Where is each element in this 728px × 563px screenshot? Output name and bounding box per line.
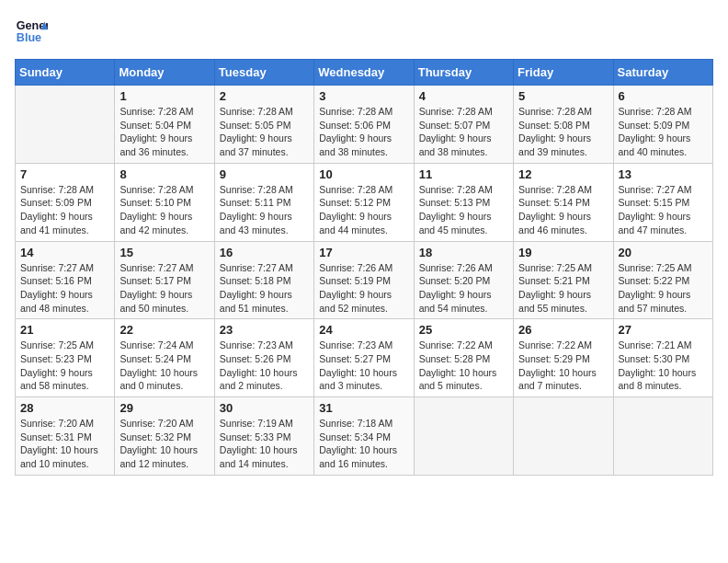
calendar-cell: 9Sunrise: 7:28 AMSunset: 5:11 PMDaylight… xyxy=(214,163,313,241)
day-info: Sunrise: 7:25 AMSunset: 5:21 PMDaylight:… xyxy=(518,261,608,316)
day-info: Sunrise: 7:26 AMSunset: 5:19 PMDaylight:… xyxy=(319,261,408,316)
day-number: 9 xyxy=(220,167,309,181)
calendar-cell: 20Sunrise: 7:25 AMSunset: 5:22 PMDayligh… xyxy=(613,241,712,319)
dow-monday: Monday xyxy=(115,60,214,86)
calendar-cell: 13Sunrise: 7:27 AMSunset: 5:15 PMDayligh… xyxy=(613,163,712,241)
calendar-cell: 10Sunrise: 7:28 AMSunset: 5:12 PMDayligh… xyxy=(314,163,414,241)
day-info: Sunrise: 7:27 AMSunset: 5:18 PMDaylight:… xyxy=(220,261,309,316)
calendar-cell: 27Sunrise: 7:21 AMSunset: 5:30 PMDayligh… xyxy=(613,319,712,397)
day-number: 4 xyxy=(419,89,508,103)
day-info: Sunrise: 7:18 AMSunset: 5:34 PMDaylight:… xyxy=(319,417,408,471)
dow-wednesday: Wednesday xyxy=(314,60,414,86)
week-row-4: 28Sunrise: 7:20 AMSunset: 5:31 PMDayligh… xyxy=(16,397,713,476)
day-number: 6 xyxy=(619,89,708,103)
calendar-cell: 7Sunrise: 7:28 AMSunset: 5:09 PMDaylight… xyxy=(16,163,115,241)
day-number: 3 xyxy=(319,89,408,103)
day-number: 20 xyxy=(619,246,708,259)
day-info: Sunrise: 7:22 AMSunset: 5:29 PMDaylight:… xyxy=(518,339,608,393)
day-number: 19 xyxy=(518,246,608,259)
day-info: Sunrise: 7:27 AMSunset: 5:15 PMDaylight:… xyxy=(619,183,708,237)
day-info: Sunrise: 7:28 AMSunset: 5:09 PMDaylight:… xyxy=(619,105,708,159)
week-row-3: 21Sunrise: 7:25 AMSunset: 5:23 PMDayligh… xyxy=(16,319,713,397)
day-number: 25 xyxy=(419,323,508,337)
day-number: 11 xyxy=(419,167,508,181)
calendar-cell: 5Sunrise: 7:28 AMSunset: 5:08 PMDaylight… xyxy=(514,86,613,164)
day-number: 22 xyxy=(119,323,209,337)
calendar-cell: 22Sunrise: 7:24 AMSunset: 5:24 PMDayligh… xyxy=(115,319,214,397)
day-number: 12 xyxy=(518,167,608,181)
day-number: 14 xyxy=(20,246,109,259)
day-info: Sunrise: 7:28 AMSunset: 5:12 PMDaylight:… xyxy=(319,183,408,237)
calendar-cell: 30Sunrise: 7:19 AMSunset: 5:33 PMDayligh… xyxy=(214,397,313,476)
calendar-cell: 18Sunrise: 7:26 AMSunset: 5:20 PMDayligh… xyxy=(414,241,513,319)
calendar-cell: 25Sunrise: 7:22 AMSunset: 5:28 PMDayligh… xyxy=(414,319,513,397)
calendar-cell: 23Sunrise: 7:23 AMSunset: 5:26 PMDayligh… xyxy=(214,319,313,397)
logo-icon: General Blue xyxy=(15,15,48,48)
dow-saturday: Saturday xyxy=(613,60,712,86)
day-number: 13 xyxy=(619,167,708,181)
page-header: General Blue xyxy=(15,15,713,48)
day-number: 15 xyxy=(119,246,209,259)
day-number: 8 xyxy=(119,167,209,181)
day-info: Sunrise: 7:28 AMSunset: 5:08 PMDaylight:… xyxy=(518,105,608,159)
day-info: Sunrise: 7:20 AMSunset: 5:31 PMDaylight:… xyxy=(20,417,109,471)
day-info: Sunrise: 7:28 AMSunset: 5:06 PMDaylight:… xyxy=(319,105,408,159)
day-number: 24 xyxy=(319,323,408,337)
calendar-cell xyxy=(514,397,613,476)
calendar-cell: 21Sunrise: 7:25 AMSunset: 5:23 PMDayligh… xyxy=(16,319,115,397)
svg-text:Blue: Blue xyxy=(17,31,41,44)
calendar-table: SundayMondayTuesdayWednesdayThursdayFrid… xyxy=(15,59,713,476)
day-number: 10 xyxy=(319,167,408,181)
calendar-cell: 11Sunrise: 7:28 AMSunset: 5:13 PMDayligh… xyxy=(414,163,513,241)
logo: General Blue xyxy=(15,15,48,48)
day-info: Sunrise: 7:24 AMSunset: 5:24 PMDaylight:… xyxy=(119,339,209,393)
week-row-1: 7Sunrise: 7:28 AMSunset: 5:09 PMDaylight… xyxy=(16,163,713,241)
day-number: 23 xyxy=(220,323,309,337)
calendar-cell: 3Sunrise: 7:28 AMSunset: 5:06 PMDaylight… xyxy=(314,86,414,164)
day-info: Sunrise: 7:28 AMSunset: 5:13 PMDaylight:… xyxy=(419,183,508,237)
calendar-cell: 17Sunrise: 7:26 AMSunset: 5:19 PMDayligh… xyxy=(314,241,414,319)
calendar-cell: 1Sunrise: 7:28 AMSunset: 5:04 PMDaylight… xyxy=(115,86,214,164)
day-number: 27 xyxy=(619,323,708,337)
day-number: 5 xyxy=(518,89,608,103)
calendar-cell: 31Sunrise: 7:18 AMSunset: 5:34 PMDayligh… xyxy=(314,397,414,476)
calendar-cell: 8Sunrise: 7:28 AMSunset: 5:10 PMDaylight… xyxy=(115,163,214,241)
day-info: Sunrise: 7:23 AMSunset: 5:26 PMDaylight:… xyxy=(220,339,309,393)
day-info: Sunrise: 7:20 AMSunset: 5:32 PMDaylight:… xyxy=(119,417,209,471)
calendar-cell: 28Sunrise: 7:20 AMSunset: 5:31 PMDayligh… xyxy=(16,397,115,476)
day-info: Sunrise: 7:23 AMSunset: 5:27 PMDaylight:… xyxy=(319,339,408,393)
calendar-cell: 19Sunrise: 7:25 AMSunset: 5:21 PMDayligh… xyxy=(514,241,613,319)
day-info: Sunrise: 7:19 AMSunset: 5:33 PMDaylight:… xyxy=(220,417,309,471)
day-number: 18 xyxy=(419,246,508,259)
day-info: Sunrise: 7:25 AMSunset: 5:22 PMDaylight:… xyxy=(619,261,708,316)
day-info: Sunrise: 7:28 AMSunset: 5:07 PMDaylight:… xyxy=(419,105,508,159)
week-row-2: 14Sunrise: 7:27 AMSunset: 5:16 PMDayligh… xyxy=(16,241,713,319)
calendar-cell: 26Sunrise: 7:22 AMSunset: 5:29 PMDayligh… xyxy=(514,319,613,397)
calendar-cell: 24Sunrise: 7:23 AMSunset: 5:27 PMDayligh… xyxy=(314,319,414,397)
day-info: Sunrise: 7:28 AMSunset: 5:10 PMDaylight:… xyxy=(119,183,209,237)
calendar-cell xyxy=(613,397,712,476)
day-number: 29 xyxy=(119,401,209,415)
dow-sunday: Sunday xyxy=(16,60,115,86)
day-info: Sunrise: 7:28 AMSunset: 5:09 PMDaylight:… xyxy=(20,183,109,237)
calendar-cell: 6Sunrise: 7:28 AMSunset: 5:09 PMDaylight… xyxy=(613,86,712,164)
calendar-cell: 16Sunrise: 7:27 AMSunset: 5:18 PMDayligh… xyxy=(214,241,313,319)
day-info: Sunrise: 7:26 AMSunset: 5:20 PMDaylight:… xyxy=(419,261,508,316)
day-number: 21 xyxy=(20,323,109,337)
day-number: 28 xyxy=(20,401,109,415)
day-info: Sunrise: 7:21 AMSunset: 5:30 PMDaylight:… xyxy=(619,339,708,393)
calendar-cell xyxy=(414,397,513,476)
dow-friday: Friday xyxy=(514,60,613,86)
calendar-cell xyxy=(16,86,115,164)
day-info: Sunrise: 7:22 AMSunset: 5:28 PMDaylight:… xyxy=(419,339,508,393)
dow-tuesday: Tuesday xyxy=(214,60,313,86)
calendar-cell: 14Sunrise: 7:27 AMSunset: 5:16 PMDayligh… xyxy=(16,241,115,319)
week-row-0: 1Sunrise: 7:28 AMSunset: 5:04 PMDaylight… xyxy=(16,86,713,164)
calendar-cell: 4Sunrise: 7:28 AMSunset: 5:07 PMDaylight… xyxy=(414,86,513,164)
day-info: Sunrise: 7:28 AMSunset: 5:11 PMDaylight:… xyxy=(220,183,309,237)
day-number: 26 xyxy=(518,323,608,337)
day-number: 17 xyxy=(319,246,408,259)
day-number: 1 xyxy=(119,89,209,103)
day-info: Sunrise: 7:28 AMSunset: 5:04 PMDaylight:… xyxy=(119,105,209,159)
day-number: 16 xyxy=(220,246,309,259)
